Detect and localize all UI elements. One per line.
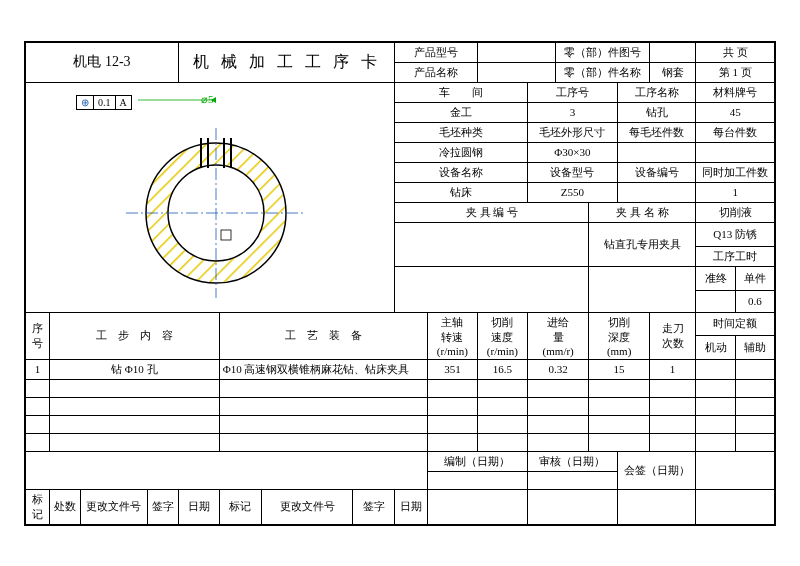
seq-value: 1 bbox=[26, 359, 50, 379]
footer-prepare-val bbox=[427, 471, 527, 489]
footer-check: 审核（日期） bbox=[527, 451, 617, 471]
part-drawing-label: 零（部）件图号 bbox=[555, 42, 649, 62]
footer-change2: 更改文件号 bbox=[262, 489, 353, 524]
product-model-value bbox=[477, 42, 555, 62]
equip-no-value bbox=[618, 182, 696, 202]
equip-name-label: 设备名称 bbox=[395, 162, 527, 182]
blank-size-label: 毛坯外形尺寸 bbox=[527, 122, 617, 142]
footer-sheets: 处数 bbox=[50, 489, 81, 524]
simul-label: 同时加工件数 bbox=[696, 162, 775, 182]
equip-model-label: 设备型号 bbox=[527, 162, 617, 182]
col-passes: 走刀次数 bbox=[649, 312, 696, 359]
footer-sign: 签字 bbox=[147, 489, 178, 524]
workshop-value: 金工 bbox=[395, 102, 527, 122]
diagram-cell: ⊕ 0.1 A ⌀5 bbox=[26, 82, 395, 312]
total-pages: 共 页 bbox=[696, 42, 775, 62]
footer-date2: 日期 bbox=[395, 489, 427, 524]
col-speed: 切削速度(r/min) bbox=[477, 312, 527, 359]
per-blank-label: 每毛坯件数 bbox=[618, 122, 696, 142]
equip-no-label: 设备编号 bbox=[618, 162, 696, 182]
part-name-value: 钢套 bbox=[649, 62, 696, 82]
product-model-label: 产品型号 bbox=[395, 42, 477, 62]
fixture-no-value bbox=[395, 222, 589, 266]
table-row bbox=[26, 433, 775, 451]
blank-type-label: 毛坯种类 bbox=[395, 122, 527, 142]
unit-label: 单件 bbox=[735, 266, 774, 290]
coolant-label: 切削液 bbox=[696, 202, 775, 222]
col-aux: 辅助 bbox=[735, 336, 774, 360]
fixture-no-label: 夹 具 编 号 bbox=[395, 202, 589, 222]
blank-cell bbox=[395, 266, 589, 312]
process-name-label: 工序名称 bbox=[618, 82, 696, 102]
per-machine-label: 每台件数 bbox=[696, 122, 775, 142]
footer-approve: 会签（日期） bbox=[618, 451, 696, 489]
footer-mark2: 标记 bbox=[219, 489, 261, 524]
unit-value: 0.6 bbox=[735, 290, 774, 312]
footer-check-val bbox=[527, 471, 617, 489]
col-step: 工 步 内 容 bbox=[50, 312, 220, 359]
footer-mark: 标记 bbox=[26, 489, 50, 524]
coolant-value: Q13 防锈 bbox=[696, 222, 775, 246]
col-equip: 工 艺 装 备 bbox=[219, 312, 427, 359]
col-seq: 序号 bbox=[26, 312, 50, 359]
process-no-label: 工序号 bbox=[527, 82, 617, 102]
footer-prepare: 编制（日期） bbox=[427, 451, 527, 471]
blank-type-value: 冷拉圆钢 bbox=[395, 142, 527, 162]
table-row: 1 钻 Φ10 孔 Φ10 高速钢双横锥柄麻花钻、钻床夹具 351 16.5 0… bbox=[26, 359, 775, 379]
part-drawing-icon bbox=[26, 83, 376, 313]
material-value: 45 bbox=[696, 102, 775, 122]
footer-blank bbox=[26, 451, 428, 489]
footer-blank5 bbox=[618, 489, 696, 524]
footer-blank6 bbox=[696, 489, 775, 524]
part-name-label: 零（部）件名称 bbox=[555, 62, 649, 82]
time-label: 工序工时 bbox=[696, 246, 775, 266]
step-value: 钻 Φ10 孔 bbox=[50, 359, 220, 379]
per-machine-value bbox=[696, 142, 775, 162]
fixture-name-value: 钻直孔专用夹具 bbox=[589, 222, 696, 266]
col-feed: 进给量(mm/r) bbox=[527, 312, 589, 359]
speed-value: 16.5 bbox=[477, 359, 527, 379]
prep-label: 准终 bbox=[696, 266, 735, 290]
process-no-value: 3 bbox=[527, 102, 617, 122]
aux-value bbox=[735, 359, 774, 379]
material-label: 材料牌号 bbox=[696, 82, 775, 102]
blank-cell bbox=[589, 266, 696, 312]
svg-rect-4 bbox=[26, 83, 376, 313]
equip-name-value: 钻床 bbox=[395, 182, 527, 202]
table-row bbox=[26, 415, 775, 433]
title-cell: 机 械 加 工 工 序 卡 bbox=[178, 42, 395, 82]
equip-value: Φ10 高速钢双横锥柄麻花钻、钻床夹具 bbox=[219, 359, 427, 379]
footer-blank4 bbox=[527, 489, 617, 524]
motor-value bbox=[696, 359, 735, 379]
fixture-name-label: 夹 具 名 称 bbox=[589, 202, 696, 222]
depth-value: 15 bbox=[589, 359, 649, 379]
table-row bbox=[26, 397, 775, 415]
footer-sign2: 签字 bbox=[352, 489, 395, 524]
process-name-value: 钻孔 bbox=[618, 102, 696, 122]
col-depth: 切削深度(mm) bbox=[589, 312, 649, 359]
blank-size-value: Φ30×30 bbox=[527, 142, 617, 162]
col-spindle: 主轴转速(r/min) bbox=[427, 312, 477, 359]
equip-model-value: Z550 bbox=[527, 182, 617, 202]
col-motor: 机动 bbox=[696, 336, 735, 360]
prep-value bbox=[696, 290, 735, 312]
footer-blank3 bbox=[427, 489, 527, 524]
footer-blank2 bbox=[696, 451, 775, 489]
feed-value: 0.32 bbox=[527, 359, 589, 379]
product-name-label: 产品名称 bbox=[395, 62, 477, 82]
simul-value: 1 bbox=[696, 182, 775, 202]
org-cell: 机电 12-3 bbox=[26, 42, 179, 82]
workshop-label: 车 间 bbox=[395, 82, 527, 102]
spindle-value: 351 bbox=[427, 359, 477, 379]
footer-change: 更改文件号 bbox=[81, 489, 148, 524]
page-no: 第 1 页 bbox=[696, 62, 775, 82]
footer-date: 日期 bbox=[178, 489, 219, 524]
col-time-quota: 时间定额 bbox=[696, 312, 775, 336]
per-blank-value bbox=[618, 142, 696, 162]
table-row bbox=[26, 379, 775, 397]
part-drawing-value bbox=[649, 42, 696, 62]
product-name-value bbox=[477, 62, 555, 82]
passes-value: 1 bbox=[649, 359, 696, 379]
